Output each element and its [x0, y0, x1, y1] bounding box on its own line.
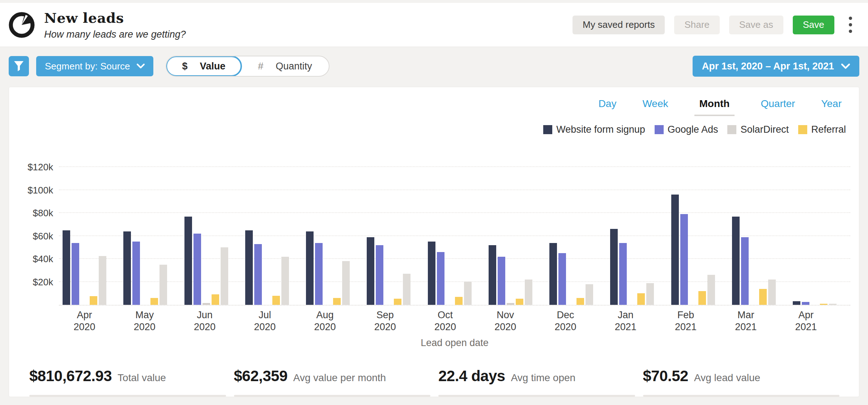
bar[interactable] — [221, 247, 228, 305]
bar[interactable] — [455, 297, 463, 305]
bar[interactable] — [525, 280, 532, 305]
bar[interactable] — [367, 237, 374, 305]
bar[interactable] — [306, 231, 314, 305]
stat-underline — [643, 395, 840, 397]
bar[interactable] — [646, 283, 654, 305]
tab-day[interactable]: Day — [599, 98, 617, 116]
bar[interactable] — [428, 242, 435, 305]
toggle-quantity[interactable]: # Quantity — [241, 56, 329, 76]
bar[interactable] — [671, 195, 679, 305]
stat-label: Avg value per month — [293, 372, 386, 384]
tab-year[interactable]: Year — [821, 98, 842, 116]
bar[interactable] — [586, 284, 593, 305]
legend-label: Referral — [811, 124, 846, 135]
bar[interactable] — [610, 229, 618, 305]
save-button[interactable]: Save — [793, 16, 834, 34]
legend-item[interactable]: SolarDirect — [727, 124, 789, 135]
bar[interactable] — [63, 230, 70, 305]
value-quantity-toggle: $ Value # Quantity — [166, 56, 329, 77]
bar[interactable] — [820, 304, 827, 305]
x-axis-tick-label: Feb2021 — [664, 309, 708, 333]
y-axis-tick-label: $60k — [33, 230, 53, 242]
bar[interactable] — [394, 299, 401, 305]
bar[interactable] — [516, 299, 523, 305]
bar-group — [367, 237, 410, 305]
more-options-kebab-icon[interactable] — [847, 14, 854, 35]
bar[interactable] — [768, 280, 776, 305]
bar-group — [489, 245, 532, 305]
bar[interactable] — [507, 303, 514, 305]
bar[interactable] — [333, 298, 341, 305]
bar[interactable] — [464, 282, 472, 305]
date-range-label: Apr 1st, 2020 – Apr 1st, 2021 — [702, 61, 834, 72]
bar[interactable] — [315, 243, 323, 305]
bar[interactable] — [549, 243, 557, 305]
tab-month[interactable]: Month — [694, 98, 735, 116]
x-axis-tick-label: Apr2020 — [63, 309, 106, 333]
y-axis-tick-label: $20k — [33, 276, 53, 287]
legend-label: SolarDirect — [740, 124, 789, 135]
bar[interactable] — [245, 230, 253, 305]
bar[interactable] — [184, 217, 192, 305]
bar[interactable] — [680, 214, 688, 305]
tab-quarter[interactable]: Quarter — [761, 98, 795, 116]
bar[interactable] — [489, 245, 496, 305]
segment-by-label: Segment by: Source — [45, 61, 130, 72]
bar-group — [793, 301, 837, 305]
legend-swatch-icon — [798, 125, 807, 134]
controls-bar: Segment by: Source $ Value # Quantity Ap… — [0, 55, 868, 77]
bar[interactable] — [793, 301, 800, 305]
bar[interactable] — [123, 231, 131, 305]
bar[interactable] — [558, 253, 566, 305]
save-as-button[interactable]: Save as — [729, 16, 783, 34]
bar[interactable] — [376, 245, 383, 305]
bar[interactable] — [150, 298, 158, 305]
segment-by-dropdown[interactable]: Segment by: Source — [36, 56, 153, 76]
bar[interactable] — [619, 243, 627, 305]
toggle-value[interactable]: $ Value — [166, 56, 242, 77]
bar[interactable] — [132, 242, 140, 305]
bar[interactable] — [159, 265, 167, 305]
share-button[interactable]: Share — [674, 16, 719, 34]
bar[interactable] — [707, 275, 715, 305]
bar[interactable] — [802, 302, 809, 305]
stat-item: 22.4 daysAvg time open — [438, 367, 635, 397]
filter-button[interactable] — [9, 56, 29, 76]
bar[interactable] — [72, 243, 79, 305]
my-saved-reports-button[interactable]: My saved reports — [573, 16, 665, 34]
bar[interactable] — [732, 217, 740, 305]
bar[interactable] — [90, 296, 97, 305]
bar[interactable] — [342, 261, 350, 305]
summary-stats-row: $810,672.93Total value$62,359Avg value p… — [9, 367, 859, 397]
bar[interactable] — [437, 252, 444, 305]
bar[interactable] — [403, 274, 410, 305]
app-header: New leads How many leads are we getting?… — [0, 3, 868, 47]
bar[interactable] — [829, 304, 837, 305]
bar[interactable] — [99, 256, 106, 305]
bar[interactable] — [193, 234, 201, 305]
tab-week[interactable]: Week — [642, 98, 668, 116]
bar[interactable] — [698, 291, 706, 305]
legend-item[interactable]: Google Ads — [655, 124, 718, 135]
bar[interactable] — [759, 289, 767, 305]
date-range-dropdown[interactable]: Apr 1st, 2020 – Apr 1st, 2021 — [693, 56, 859, 77]
legend-item[interactable]: Website form signup — [543, 124, 645, 135]
bar[interactable] — [576, 298, 584, 305]
bar[interactable] — [741, 237, 749, 305]
bar[interactable] — [281, 257, 289, 305]
legend-swatch-icon — [655, 125, 664, 134]
bar[interactable] — [203, 303, 210, 305]
legend-item[interactable]: Referral — [798, 124, 846, 135]
bar[interactable] — [212, 294, 219, 305]
x-axis-tick-label: Sep2020 — [363, 309, 407, 333]
bar[interactable] — [272, 296, 280, 305]
x-axis-tick-label: May2020 — [123, 309, 166, 333]
bar[interactable] — [498, 257, 505, 305]
x-axis-tick-label: Dec2020 — [544, 309, 587, 333]
bar-group — [610, 229, 654, 305]
bar[interactable] — [637, 293, 645, 305]
stat-value: $810,672.93 — [29, 367, 112, 385]
x-axis-tick-label: Mar2021 — [724, 309, 768, 333]
bar[interactable] — [254, 244, 262, 305]
chart-legend: Website form signupGoogle AdsSolarDirect… — [9, 124, 859, 135]
